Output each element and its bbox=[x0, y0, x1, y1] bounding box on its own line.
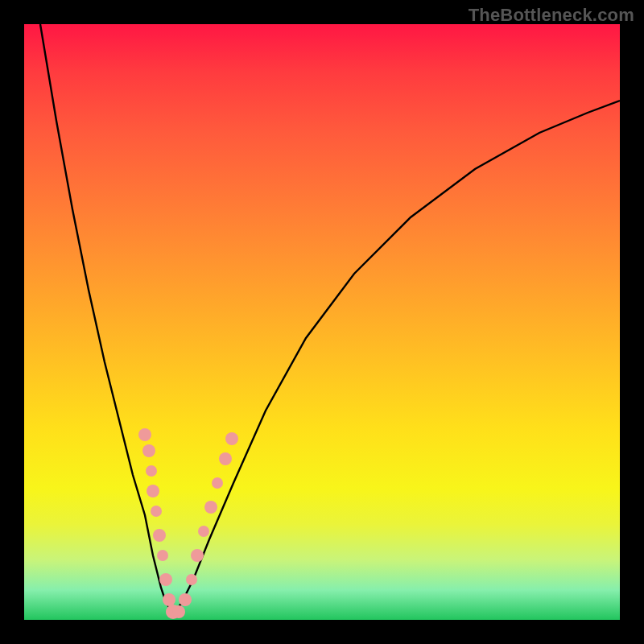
watermark-text: TheBottleneck.com bbox=[469, 5, 634, 26]
gradient-plot-area bbox=[24, 24, 620, 620]
